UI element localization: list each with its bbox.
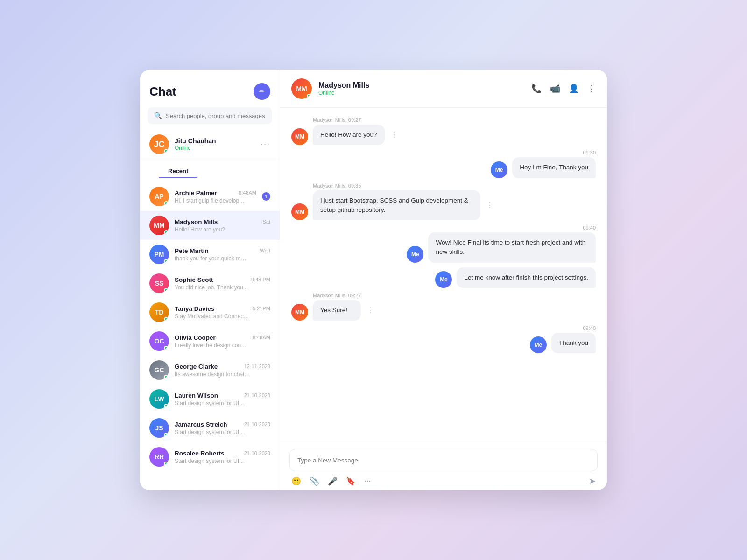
contact-name: Lauren Wilson [175, 392, 218, 399]
contact-preview: Start design system for UI... [175, 458, 249, 464]
search-icon: 🔍 [154, 112, 162, 119]
message-row: 09:30 Hey I m Fine, Thank you Me [291, 150, 596, 178]
contact-item[interactable]: RR Rosalee Roberts 21-10-2020 Start desi… [140, 442, 280, 471]
pinned-avatar: JC [149, 134, 169, 154]
message-options[interactable]: ⋮ [486, 200, 493, 211]
chat-area: MM Madyson Mills Online 📞 📹 👤 ⋮ MM Madys… [280, 70, 607, 490]
contact-time: 21-10-2020 [244, 450, 270, 456]
message-bubble: Hello! How are you?⋮ [313, 125, 385, 145]
message-content: Let me know after finish this project se… [457, 267, 596, 288]
contact-item[interactable]: MM Madyson Mills Sat Hello! How are you? [140, 211, 280, 240]
contact-time: 21-10-2020 [244, 421, 270, 427]
contact-name: Tanya Davies [175, 305, 214, 312]
message-toolbar: 🙂 📎 🎤 🔖 ··· ➤ [289, 476, 598, 486]
contact-preview: I really love the design concept... [175, 342, 249, 349]
contact-item[interactable]: SS Sophie Scott 9:48 PM You did nice job… [140, 269, 280, 298]
message-avatar: Me [407, 246, 423, 263]
message-bubble: Let me know after finish this project se… [457, 267, 596, 288]
contact-info: Rosalee Roberts 21-10-2020 Start design … [175, 450, 270, 464]
contact-preview: You did nice job. Thank you... [175, 284, 249, 291]
message-content: Madyson Mills, 09:27 Yes Sure!⋮ [313, 293, 361, 321]
pinned-info: Jitu Chauhan Online [175, 137, 255, 151]
contact-avatar: SS [149, 273, 169, 293]
contact-time: Sat [262, 219, 270, 224]
compose-button[interactable]: ✏ [254, 83, 270, 100]
contact-name: Sophie Scott [175, 276, 213, 283]
contact-item[interactable]: OC Olivia Cooper 8:48AM I really love th… [140, 327, 280, 356]
contact-preview: Hi, I start gulp file development... [175, 197, 249, 204]
contact-item[interactable]: TD Tanya Davies 5:21PM Stay Motivated an… [140, 298, 280, 327]
more-tools-icon[interactable]: ··· [364, 476, 371, 486]
chat-header-avatar: MM [291, 78, 312, 99]
message-content: Madyson Mills, 09:27 Hello! How are you?… [313, 117, 385, 145]
sidebar: Chat ✏ 🔍 JC Jitu Chauhan Online ··· Rece… [140, 70, 280, 490]
online-dot [164, 404, 169, 408]
contact-name: Archie Palmer [175, 189, 217, 196]
contact-item[interactable]: PM Pete Martin Wed thank you for your qu… [140, 240, 280, 269]
messages-area: MM Madyson Mills, 09:27 Hello! How are y… [280, 108, 607, 442]
mic-icon[interactable]: 🎤 [328, 476, 338, 486]
contact-avatar: RR [149, 447, 169, 467]
message-input[interactable] [297, 457, 590, 464]
phone-icon[interactable]: 📞 [531, 84, 542, 94]
contact-preview: Stay Motivated and Connect... [175, 313, 249, 320]
contact-name: Madyson Mills [175, 218, 218, 225]
message-bubble: Thank you [551, 333, 596, 353]
add-user-icon[interactable]: 👤 [569, 84, 579, 94]
send-button[interactable]: ➤ [589, 476, 596, 486]
contact-info: Pete Martin Wed thank you for your quick… [175, 247, 270, 262]
message-content: 09:40 Wow! Nice Final its time to start … [428, 225, 596, 263]
app-window: Chat ✏ 🔍 JC Jitu Chauhan Online ··· Rece… [140, 70, 607, 490]
message-options[interactable]: ⋮ [390, 129, 398, 140]
sidebar-title: Chat [149, 84, 176, 99]
pinned-name: Jitu Chauhan [175, 137, 255, 145]
contact-name: Pete Martin [175, 247, 209, 254]
message-sender: Madyson Mills, 09:27 [313, 293, 361, 298]
contact-preview: Hello! How are you? [175, 226, 249, 233]
contact-avatar: GC [149, 360, 169, 380]
toolbar-icons: 🙂 📎 🎤 🔖 ··· [291, 476, 371, 486]
contact-preview: thank you for your quick reply... [175, 255, 249, 262]
chat-online-indicator [307, 94, 311, 98]
online-dot [164, 346, 169, 350]
section-label: Recent [159, 163, 197, 178]
bookmark-icon[interactable]: 🔖 [346, 476, 356, 486]
message-bubble: Hey I m Fine, Thank you [512, 157, 596, 178]
message-avatar: MM [291, 304, 308, 321]
online-dot [164, 230, 169, 235]
compose-icon: ✏ [259, 87, 265, 96]
more-options-icon[interactable]: ⋮ [587, 84, 596, 94]
message-input-area: 🙂 📎 🎤 🔖 ··· ➤ [280, 442, 607, 490]
message-content: 09:40 Thank you [551, 325, 596, 353]
contact-time: 5:21PM [253, 306, 270, 311]
online-dot [164, 375, 169, 379]
contact-time: Wed [260, 248, 270, 253]
contact-item[interactable]: GC George Clarke 12-11-2020 Its awesome … [140, 356, 280, 385]
online-dot [164, 201, 169, 206]
contact-avatar: MM [149, 216, 169, 235]
search-input[interactable] [166, 112, 266, 119]
message-content: Madyson Mills, 09:35 I just start Bootst… [313, 183, 480, 221]
contact-time: 8:48AM [253, 335, 270, 340]
contact-name: George Clarke [175, 363, 218, 370]
pinned-options-button[interactable]: ··· [261, 140, 270, 149]
attach-icon[interactable]: 📎 [310, 476, 319, 486]
message-content: 09:30 Hey I m Fine, Thank you [512, 150, 596, 178]
contact-avatar: PM [149, 245, 169, 264]
online-dot [164, 317, 169, 322]
contact-info: Tanya Davies 5:21PM Stay Motivated and C… [175, 305, 270, 320]
message-time: 09:30 [583, 150, 596, 155]
message-bubble: Yes Sure!⋮ [313, 300, 361, 321]
contact-preview: Its awesome design for chat... [175, 371, 249, 378]
pinned-contact[interactable]: JC Jitu Chauhan Online ··· [140, 130, 280, 159]
message-options[interactable]: ⋮ [366, 305, 374, 316]
message-sender: Madyson Mills, 09:27 [313, 117, 385, 123]
contact-time: 21-10-2020 [244, 392, 270, 398]
contact-avatar: JS [149, 418, 169, 438]
contact-item[interactable]: JS Jamarcus Streich 21-10-2020 Start des… [140, 413, 280, 442]
contact-item[interactable]: AP Archie Palmer 8:48AM Hi, I start gulp… [140, 182, 280, 211]
video-icon[interactable]: 📹 [550, 84, 560, 94]
emoji-icon[interactable]: 🙂 [291, 476, 301, 486]
contact-item[interactable]: LW Lauren Wilson 21-10-2020 Start design… [140, 385, 280, 413]
search-bar: 🔍 [148, 107, 272, 124]
